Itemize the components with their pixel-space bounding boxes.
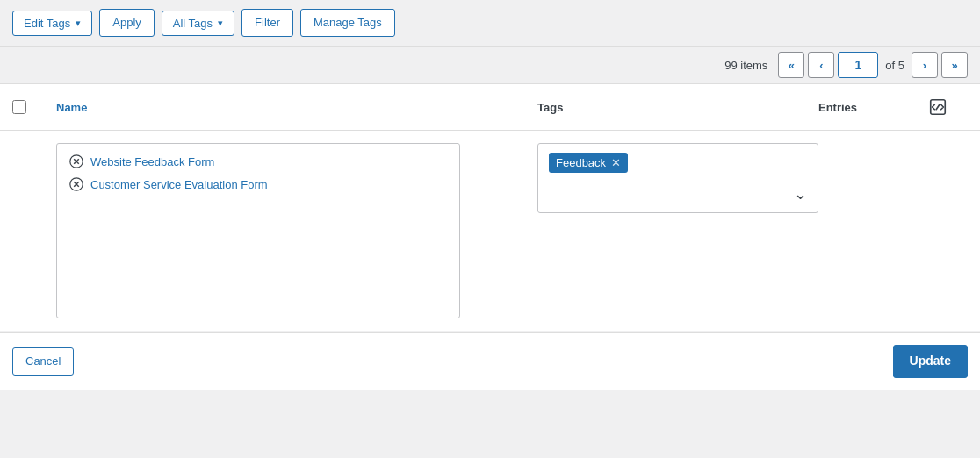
- next-page-button[interactable]: ›: [912, 52, 938, 78]
- tags-dropdown-area[interactable]: Feedback ✕ ⌄: [537, 143, 818, 213]
- update-button[interactable]: Update: [893, 345, 968, 378]
- all-tags-dropdown[interactable]: All Tags ▾: [162, 11, 234, 36]
- tags-chevron-icon[interactable]: ⌄: [794, 184, 807, 204]
- current-page-input[interactable]: 1: [838, 52, 878, 78]
- col-entries-header: Entries: [818, 101, 924, 114]
- form-2-label: Customer Service Evaluation Form: [90, 178, 268, 191]
- forms-box: Website Feedback Form Customer Service E…: [56, 143, 460, 318]
- tags-col: Feedback ✕ ⌄: [537, 143, 818, 213]
- forms-list-col: Website Feedback Form Customer Service E…: [56, 143, 537, 318]
- table-header: Name Tags Entries: [0, 84, 980, 131]
- pagination-row: 99 items « ‹ 1 of 5 › »: [0, 47, 980, 83]
- last-page-button[interactable]: »: [941, 52, 968, 78]
- tag-label: Feedback: [556, 156, 606, 169]
- cancel-button[interactable]: Cancel: [12, 347, 74, 376]
- remove-form-1-icon[interactable]: [69, 154, 83, 168]
- table-row: Website Feedback Form Customer Service E…: [0, 131, 980, 332]
- col-tags-header: Tags: [537, 101, 818, 114]
- manage-tags-button[interactable]: Manage Tags: [300, 9, 395, 37]
- all-tags-chevron-icon: ▾: [218, 18, 223, 29]
- filter-button[interactable]: Filter: [241, 9, 293, 37]
- tag-remove-icon[interactable]: ✕: [611, 156, 621, 169]
- select-all-checkbox-col: [12, 100, 56, 114]
- apply-button[interactable]: Apply: [99, 9, 155, 37]
- code-icon-col: [924, 93, 952, 121]
- toolbar: Edit Tags ▾ Apply All Tags ▾ Filter Mana…: [0, 0, 980, 47]
- edit-tags-label: Edit Tags: [24, 17, 70, 30]
- page-of-label: of 5: [885, 59, 904, 72]
- form-1-label: Website Feedback Form: [90, 155, 214, 168]
- prev-page-button[interactable]: ‹: [808, 52, 834, 78]
- list-item: Customer Service Evaluation Form: [69, 177, 447, 191]
- list-item: Website Feedback Form: [69, 154, 447, 168]
- all-tags-label: All Tags: [173, 17, 213, 30]
- svg-line-1: [936, 104, 940, 110]
- edit-tags-chevron-icon: ▾: [76, 18, 81, 29]
- remove-form-2-icon[interactable]: [69, 177, 83, 191]
- edit-tags-dropdown[interactable]: Edit Tags ▾: [12, 11, 92, 36]
- items-count: 99 items: [724, 59, 767, 72]
- first-page-button[interactable]: «: [778, 52, 804, 78]
- main-content: Name Tags Entries: [0, 83, 980, 332]
- select-all-checkbox[interactable]: [12, 100, 26, 114]
- col-name-header: Name: [56, 101, 537, 114]
- footer-row: Cancel Update: [0, 332, 980, 390]
- tag-feedback-badge: Feedback ✕: [549, 153, 628, 173]
